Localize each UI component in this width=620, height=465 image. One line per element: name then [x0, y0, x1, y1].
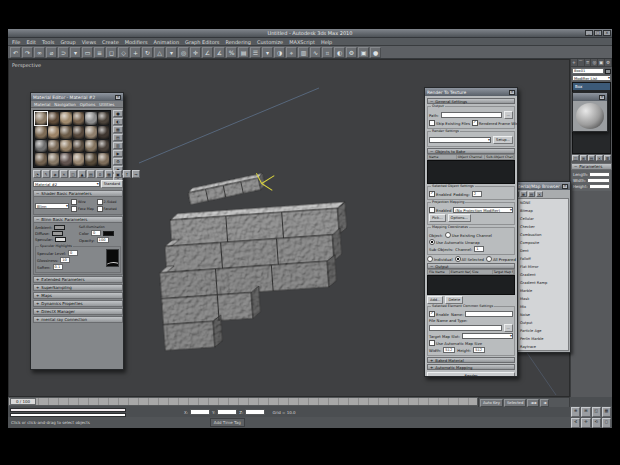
material-sample-slot[interactable]: [48, 126, 60, 139]
menu-file[interactable]: File: [12, 39, 20, 45]
percent-snap-toggle-icon[interactable]: %: [226, 47, 237, 58]
put-material-to-scene-icon[interactable]: ↰: [42, 170, 50, 178]
self-illum-color-swatch[interactable]: [103, 231, 114, 236]
material-sample-slot[interactable]: [35, 140, 47, 153]
element-enable-checkbox[interactable]: Enable: [429, 311, 449, 317]
reference-coordinate-system-icon[interactable]: ▾: [166, 47, 177, 58]
me-menu-navigation[interactable]: Navigation: [54, 102, 76, 107]
objects-to-bake-list[interactable]: [427, 160, 515, 184]
scope-radio-individual[interactable]: Individual: [427, 256, 453, 262]
minimize-button[interactable]: [585, 30, 593, 36]
close-icon[interactable]: [509, 90, 515, 95]
zoom-extents-all-icon[interactable]: ▦: [602, 407, 611, 417]
maximize-viewport-toggle-icon[interactable]: ◻: [602, 418, 611, 428]
select-by-name-icon[interactable]: ≡: [94, 47, 105, 58]
browser-titlebar[interactable]: Material/Map Browser: [510, 182, 570, 190]
render-button[interactable]: Render: [427, 372, 515, 377]
field-of-view-icon[interactable]: ∢: [571, 418, 580, 428]
go-to-start-icon[interactable]: ◄◄: [527, 399, 539, 407]
diffuse-color-swatch[interactable]: [52, 231, 63, 236]
magnified-sample-window[interactable]: [572, 92, 608, 132]
material-sample-slot[interactable]: [73, 140, 85, 153]
channel-field[interactable]: 1: [474, 246, 484, 252]
opacity-field[interactable]: 100: [97, 237, 109, 243]
browser-list-item[interactable]: Mix: [512, 303, 568, 311]
browser-tool-icon[interactable]: ✕: [536, 191, 543, 197]
layer-manager-icon[interactable]: ▥: [298, 47, 309, 58]
check-2-sided[interactable]: 2-Sided: [97, 199, 122, 205]
redo-icon[interactable]: ↷: [22, 47, 33, 58]
column-header[interactable]: Size: [471, 270, 493, 274]
menu-maxscript[interactable]: MAXScript: [289, 39, 315, 45]
browser-list-item[interactable]: Composite: [512, 239, 568, 247]
tab-motion[interactable]: ◎: [591, 59, 598, 66]
menu-customize[interactable]: Customize: [257, 39, 283, 45]
browser-list-item[interactable]: Checker: [512, 223, 568, 231]
check-faceted[interactable]: Faceted: [97, 206, 122, 212]
element-browse-button[interactable]: ...: [504, 324, 513, 332]
select-and-manipulate-icon[interactable]: ✛: [190, 47, 201, 58]
material-sample-slot[interactable]: [48, 112, 60, 125]
rendered-frame-window-icon[interactable]: ▣: [358, 47, 369, 58]
menu-animation[interactable]: Animation: [154, 39, 180, 45]
material-sample-slot[interactable]: [35, 112, 47, 125]
material-sample-slot[interactable]: [73, 126, 85, 139]
put-to-library-icon[interactable]: ▤: [87, 170, 95, 178]
brick-strip-object[interactable]: [187, 170, 277, 208]
brick-wall-object[interactable]: [156, 202, 355, 351]
blinn-basic-parameters-rollout[interactable]: Blinn Basic Parameters: [33, 216, 123, 223]
close-icon[interactable]: [115, 95, 121, 100]
material-sample-slot[interactable]: [98, 126, 110, 139]
scope-radio-all-prepared[interactable]: All Prepared: [486, 256, 516, 262]
material-sample-slot[interactable]: [60, 112, 72, 125]
shader-dropdown[interactable]: Blinn: [35, 203, 69, 209]
object-name-field[interactable]: Box01: [572, 68, 604, 74]
width-field[interactable]: 512: [443, 347, 455, 353]
browser-list-item[interactable]: Cellular: [512, 215, 568, 223]
make-unique-icon[interactable]: ▲: [78, 170, 86, 178]
quick-render-icon[interactable]: ●: [370, 47, 381, 58]
object-color-swatch[interactable]: [605, 69, 611, 74]
maximize-button[interactable]: [594, 30, 602, 36]
scope-radio-all-selected[interactable]: All Selected: [455, 256, 484, 262]
go-forward-to-sibling-icon[interactable]: →: [132, 170, 140, 178]
viewport-3d-scene[interactable]: [136, 159, 371, 374]
assign-material-to-selection-icon[interactable]: ◈: [51, 170, 59, 178]
projection-modifier-dropdown[interactable]: (No Projection Modifier): [453, 207, 513, 213]
rollout-supersampling[interactable]: SuperSampling: [33, 284, 123, 291]
ambient-color-swatch[interactable]: [54, 225, 65, 230]
material-sample-slot[interactable]: [98, 153, 110, 166]
me-menu-material[interactable]: Material: [34, 102, 50, 107]
column-header[interactable]: Sub-Object Channel: [485, 155, 514, 159]
column-header[interactable]: Object Channel: [457, 155, 486, 159]
remove-modifier-icon[interactable]: ✕: [596, 155, 603, 161]
shader-basic-parameters-rollout[interactable]: Shader Basic Parameters: [33, 190, 123, 197]
browser-tool-icon[interactable]: ▤: [528, 191, 535, 197]
browser-list-item[interactable]: Gradient: [512, 271, 568, 279]
use-pivot-point-center-icon[interactable]: ◎: [178, 47, 189, 58]
angle-snap-toggle-icon[interactable]: ∡: [214, 47, 225, 58]
show-end-result-icon[interactable]: ▣: [114, 170, 122, 178]
projection-enabled-checkbox[interactable]: Enabled: [429, 207, 451, 213]
browser-list-item[interactable]: Dent: [512, 247, 568, 255]
close-icon[interactable]: [599, 95, 605, 100]
zoom-extents-icon[interactable]: ◱: [592, 407, 601, 417]
material-sample-slot[interactable]: [73, 112, 85, 125]
object-enabled-checkbox[interactable]: Enabled: [429, 191, 451, 197]
render-preset-dropdown[interactable]: [429, 137, 491, 143]
make-unique-icon[interactable]: ▤: [588, 155, 595, 161]
show-end-result-icon[interactable]: ⊞: [580, 155, 587, 161]
menu-edit[interactable]: Edit: [26, 39, 36, 45]
material-sample-slot[interactable]: [85, 112, 97, 125]
menu-create[interactable]: Create: [102, 39, 119, 45]
specular-level-field[interactable]: 0: [68, 250, 78, 256]
check-wire[interactable]: Wire: [71, 199, 96, 205]
browser-list-item[interactable]: NONE: [512, 199, 568, 207]
browse-path-button[interactable]: ...: [504, 111, 513, 119]
rendered-frame-window-checkbox[interactable]: Rendered Frame Window: [472, 120, 518, 126]
padding-field[interactable]: 2: [472, 191, 482, 197]
listener-script-row[interactable]: [10, 413, 126, 417]
material-sample-slot[interactable]: [60, 153, 72, 166]
select-object-icon[interactable]: ▭: [82, 47, 93, 58]
browser-list-item[interactable]: Falloff: [512, 255, 568, 263]
